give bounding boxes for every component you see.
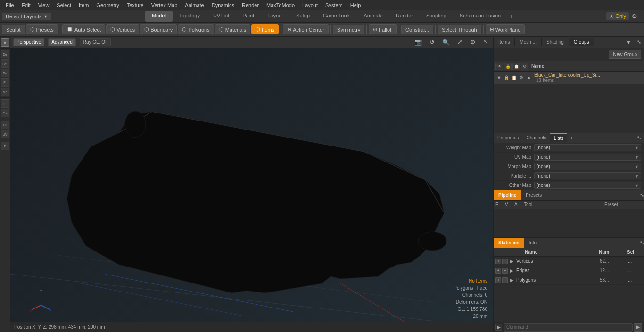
vp-shading-btn[interactable]: Advanced [48,38,75,46]
tab-uvedit[interactable]: UVEdit [206,11,236,22]
stats-row-plus-vertices[interactable]: + [495,259,501,264]
stats-row-minus-vertices[interactable]: − [502,259,508,264]
tab-model[interactable]: Model [145,11,173,22]
vp-fit-icon[interactable]: ⤢ [455,38,464,47]
command-go-button[interactable]: ▶ [634,323,642,332]
vp-camera-icon[interactable]: 📷 [413,38,424,47]
prop-value-othermap[interactable]: (none) ▼ [534,182,641,189]
tab-scripting[interactable]: Scripting [420,11,453,22]
tool-be[interactable]: Be: [1,59,9,68]
prop-value-uvmap[interactable]: (none) ▼ [534,154,641,161]
menu-maxtomode[interactable]: MaxToModo [263,1,298,9]
tab-topology[interactable]: Topology [173,11,206,22]
stats-row-expand-polygons[interactable]: ▶ [509,277,514,283]
vp-zoom-icon[interactable]: 🔍 [440,38,452,47]
menu-dynamics[interactable]: Dynamics [208,1,238,9]
tab-animate[interactable]: Animate [357,11,389,22]
group-row-1[interactable]: 👁 🔒 📋 ⚙ ▶ Black_Car_Intercooler_Up_Si...… [494,72,644,84]
tool-dup[interactable]: Du [1,69,9,77]
star-only-button[interactable]: ★ Only [606,12,629,20]
group-tool-clip[interactable]: 📋 [512,63,520,70]
pipeline-presets-tab[interactable]: Presets [521,192,546,199]
panel-tab-shading[interactable]: Shading [542,38,569,46]
left-tool-1[interactable]: ■ [1,38,9,47]
menu-layout[interactable]: Layout [298,1,322,9]
prop-value-weightmap[interactable]: (none) ▼ [534,144,641,151]
group-tool-lock[interactable]: 🔒 [504,63,512,70]
vp-mode-btn[interactable]: Perspective [13,38,44,46]
tab-schematic-fusion[interactable]: Schematic Fusion [453,11,507,22]
menu-help[interactable]: Help [347,1,365,9]
viewport-3d[interactable]: X Z Y No Items Polygons : Face Channels:… [10,48,493,322]
vp-ray-gl-btn[interactable]: Ray GL: Off [80,38,111,46]
tool-e[interactable]: E: [1,99,9,108]
tool-uv[interactable]: UV [1,130,9,138]
tab-paint[interactable]: Paint [236,11,261,22]
presets-button[interactable]: ⬡ Presets [26,24,58,34]
tool-c[interactable]: C: [1,121,9,129]
materials-button[interactable]: ⬡ Materials [215,24,251,34]
panel-tab-mesh[interactable]: Mesh ... [515,38,542,46]
vertices-button[interactable]: ⬡ Vertices [106,24,139,34]
group-expand-arrow[interactable]: ▶ [526,74,532,81]
menu-vertex-map[interactable]: Vertex Map [148,1,182,9]
tab-render[interactable]: Render [389,11,420,22]
tool-p[interactable]: P: [1,78,9,87]
group-tool-gear[interactable]: ⚙ [521,63,528,70]
falloff-button[interactable]: ⊘ Falloff [369,24,397,34]
stats-row-minus-edges[interactable]: − [502,268,508,274]
workplane-button[interactable]: ⊟ WorkPlane [486,24,525,34]
polygons-button[interactable]: ⬡ Polygons [178,24,214,34]
menu-view[interactable]: View [34,1,53,9]
boundary-button[interactable]: ⬡ Boundary [140,24,177,34]
add-layout-tab[interactable]: + [507,11,515,22]
vp-rotate-icon[interactable]: ↺ [428,38,437,47]
items-button[interactable]: ⬡ Items [251,24,279,34]
prop-tab-properties[interactable]: Properties [494,134,523,142]
layout-selector[interactable]: Default Layouts ▼ [2,13,51,20]
panel-resize-icon[interactable]: ⤡ [634,38,644,47]
new-group-button[interactable]: New Group [609,50,641,59]
menu-edit[interactable]: Edit [18,1,34,9]
menu-select[interactable]: Select [53,1,75,9]
menu-texture[interactable]: Texture [123,1,148,9]
select-through-button[interactable]: Select Through [438,25,481,34]
layout-gear-button[interactable]: ⚙ [629,12,640,21]
stats-row-minus-polygons[interactable]: − [502,277,508,283]
tool-mes[interactable]: Me [1,88,9,96]
stats-row-plus-edges[interactable]: + [495,268,501,274]
tab-game-tools[interactable]: Game Tools [316,11,357,22]
prop-value-particle[interactable]: (none) ▼ [534,172,641,179]
group-tool-eye[interactable]: 👁 [495,63,503,70]
menu-file[interactable]: File [2,1,18,9]
stats-row-expand-edges[interactable]: ▶ [509,268,514,274]
tab-setup[interactable]: Setup [289,11,316,22]
menu-animate[interactable]: Animate [181,1,207,9]
pipeline-resize-btn[interactable]: ⤡ [640,192,644,198]
panel-tab-dropdown-icon[interactable]: ▼ [623,38,634,47]
panel-tab-items[interactable]: Items [494,38,515,46]
prop-panel-resize-icon[interactable]: ⤡ [634,133,644,142]
symmetry-button[interactable]: Symmetry [333,25,365,34]
prop-tab-channels[interactable]: Channels [523,134,550,142]
prop-value-morphmap[interactable]: (none) ▼ [534,163,641,170]
command-input[interactable] [504,323,633,332]
stats-info-tab[interactable]: Info [524,239,541,246]
prop-tab-plus[interactable]: + [567,134,576,142]
stats-row-expand-vertices[interactable]: ▶ [509,259,514,264]
tab-layout[interactable]: Layout [261,11,289,22]
action-center-button[interactable]: ⊕ Action Center [283,24,329,34]
sculpt-button[interactable]: Sculpt [2,25,25,34]
vp-settings-icon[interactable]: ⚙ [468,38,478,47]
tool-f[interactable]: F [1,142,9,150]
constraints-button[interactable]: Constrai... [401,25,433,34]
menu-geometry[interactable]: Geometry [92,1,123,9]
menu-item[interactable]: Item [75,1,92,9]
menu-system[interactable]: System [322,1,347,9]
command-toggle[interactable]: ▶ [495,324,502,331]
stats-row-plus-polygons[interactable]: + [495,277,501,283]
menu-render[interactable]: Render [238,1,263,9]
vp-expand-icon[interactable]: ⤡ [481,38,490,47]
prop-tab-lists[interactable]: Lists [550,133,568,142]
stats-resize-btn[interactable]: ⤡ [640,240,644,246]
